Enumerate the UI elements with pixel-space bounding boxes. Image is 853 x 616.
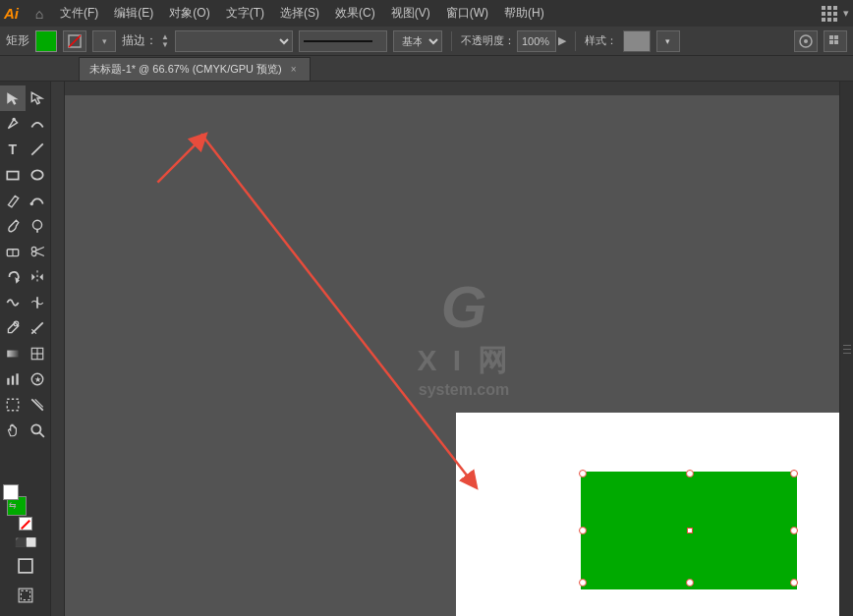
panel-icon[interactable] — [824, 30, 847, 52]
separator-1 — [451, 31, 452, 51]
style-label: 样式： — [585, 33, 617, 48]
menu-text[interactable]: 文字(T) — [218, 3, 272, 24]
svg-rect-12 — [7, 172, 18, 180]
svg-marker-26 — [40, 274, 43, 281]
snap-label: 描边： — [122, 32, 157, 49]
selection-handle-top-left[interactable] — [579, 470, 587, 477]
selection-handle-mid-left[interactable] — [579, 527, 587, 534]
tool-row-eyedropper — [0, 315, 50, 341]
slice-tool-btn[interactable] — [26, 392, 51, 418]
separator-2 — [575, 31, 576, 51]
svg-line-51 — [157, 139, 200, 182]
selection-handle-bottom-right[interactable] — [790, 579, 798, 587]
ellipse-tool-btn[interactable] — [26, 162, 51, 188]
selection-handle-mid-right[interactable] — [790, 527, 798, 534]
menu-file[interactable]: 文件(F) — [52, 3, 106, 24]
symbol-tool-btn[interactable]: ★ — [26, 366, 51, 392]
tool-row-pen — [0, 111, 50, 137]
stroke-none-icon[interactable] — [63, 30, 86, 52]
menu-view[interactable]: 视图(V) — [383, 3, 438, 24]
hand-tool-btn[interactable] — [0, 418, 26, 443]
svg-rect-37 — [16, 373, 18, 384]
draw-behind-mode-btn[interactable] — [13, 583, 38, 608]
pencil-tool-btn[interactable] — [0, 188, 26, 213]
swap-colors-btn[interactable]: ⇆ — [9, 500, 17, 510]
line-tool-btn[interactable] — [26, 137, 51, 162]
tool-row-hand — [0, 418, 50, 443]
opacity-arrow[interactable]: ▶ — [558, 34, 566, 47]
tab-close-button[interactable]: × — [288, 64, 300, 76]
brush-tool-btn[interactable] — [0, 213, 26, 239]
opacity-icon[interactable] — [794, 30, 818, 52]
svg-rect-45 — [19, 559, 32, 573]
zoom-tool-btn[interactable] — [26, 418, 51, 443]
mesh-tool-btn[interactable] — [26, 341, 51, 366]
shape-tool-label: 矩形 — [6, 32, 29, 49]
canvas-area[interactable]: /* ruler ticks */ G X I 网 system.com — [51, 82, 839, 616]
opacity-input[interactable] — [517, 30, 556, 52]
rotate-tool-btn[interactable] — [0, 264, 26, 290]
direct-selection-tool-btn[interactable] — [26, 85, 51, 111]
menu-effect[interactable]: 效果(C) — [327, 3, 383, 24]
rectangle-tool-btn[interactable] — [0, 162, 26, 188]
snap-stepper[interactable]: ▲▼ — [161, 33, 169, 49]
selection-center-dot — [687, 528, 693, 533]
menu-window[interactable]: 窗口(W) — [438, 3, 496, 24]
svg-line-29 — [32, 322, 43, 333]
svg-line-11 — [32, 143, 43, 154]
selection-handle-bottom-left[interactable] — [579, 579, 587, 587]
svg-rect-5 — [834, 35, 838, 39]
right-panel — [839, 82, 853, 616]
stroke-input[interactable] — [299, 30, 387, 52]
svg-marker-9 — [32, 92, 42, 103]
style-dropdown[interactable]: ▾ — [656, 30, 680, 52]
style-color-preview[interactable] — [623, 30, 651, 52]
stroke-color-dropdown[interactable]: ▾ — [92, 30, 116, 52]
eyedropper-tool-btn[interactable] — [0, 315, 26, 341]
home-icon[interactable]: ⌂ — [27, 1, 52, 27]
document-tab[interactable]: 未标题-1* @ 66.67% (CMYK/GPU 预览) × — [79, 57, 311, 81]
tool-row-transform — [0, 264, 50, 290]
menu-object[interactable]: 对象(O) — [161, 3, 217, 24]
blob-brush-tool-btn[interactable] — [26, 213, 51, 239]
snap-select[interactable] — [175, 30, 293, 52]
width-tool-btn[interactable] — [26, 290, 51, 315]
menu-bar: Ai ⌂ 文件(F) 编辑(E) 对象(O) 文字(T) 选择(S) 效果(C)… — [0, 0, 853, 27]
svg-point-3 — [804, 39, 808, 43]
menu-help[interactable]: 帮助(H) — [496, 3, 552, 24]
svg-rect-4 — [829, 35, 833, 39]
selected-object-container — [569, 464, 810, 596]
selection-handle-top-right[interactable] — [790, 470, 798, 477]
smooth-tool-btn[interactable] — [26, 188, 51, 213]
selection-handle-top-mid[interactable] — [686, 470, 694, 477]
gradient-tool-btn[interactable] — [0, 341, 26, 366]
eraser-tool-btn[interactable] — [0, 239, 26, 264]
artboard-tool-btn[interactable] — [0, 392, 26, 418]
curvature-tool-btn[interactable] — [26, 111, 51, 137]
menu-edit[interactable]: 编辑(E) — [106, 3, 161, 24]
left-toolbar: T — [0, 82, 51, 616]
none-swatch[interactable] — [19, 517, 32, 531]
draw-normal-mode-btn[interactable] — [13, 553, 38, 579]
measure-tool-btn[interactable] — [26, 315, 51, 341]
chart-tool-btn[interactable] — [0, 366, 26, 392]
svg-line-22 — [36, 252, 44, 255]
selection-tool-btn[interactable] — [0, 85, 26, 111]
fill-color-box[interactable] — [35, 30, 57, 52]
tab-title: 未标题-1* @ 66.67% (CMYK/GPU 预览) — [89, 62, 282, 77]
type-tool-btn[interactable]: T — [0, 137, 26, 162]
menu-select[interactable]: 选择(S) — [272, 3, 327, 24]
svg-point-14 — [30, 202, 33, 205]
warp-tool-btn[interactable] — [0, 290, 26, 315]
reflect-tool-btn[interactable] — [26, 264, 51, 290]
pen-tool-btn[interactable] — [0, 111, 26, 137]
scissors-tool-btn[interactable] — [26, 239, 51, 264]
svg-line-50 — [201, 134, 473, 482]
background-color-swatch[interactable] — [3, 484, 19, 500]
workspace-grid-icon[interactable] — [822, 6, 837, 22]
selection-handle-bottom-mid[interactable] — [686, 579, 694, 587]
svg-rect-48 — [51, 82, 839, 95]
svg-rect-47 — [21, 590, 29, 599]
stroke-style-select[interactable]: 基本 — [393, 30, 442, 52]
reset-colors-btn[interactable]: ⬛⬜ — [15, 537, 36, 547]
